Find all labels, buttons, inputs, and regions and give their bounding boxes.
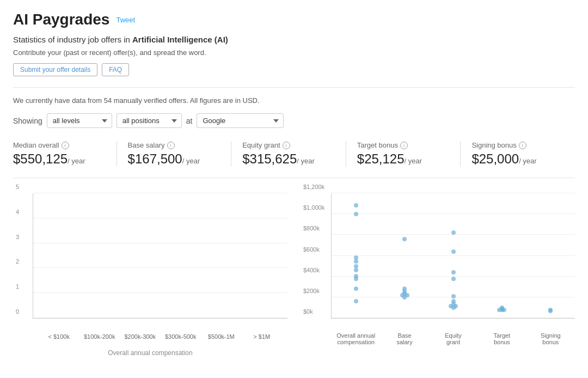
subtitle: Statistics of industry job offers in Art… xyxy=(13,35,575,44)
data-note: We currently have data from 54 manually … xyxy=(13,96,575,105)
info-icon[interactable]: i xyxy=(283,142,290,149)
metric-label: Signing bonus i xyxy=(471,141,564,149)
dot xyxy=(354,274,358,278)
dot-column-label: Equity grant xyxy=(445,332,462,345)
info-icon[interactable]: i xyxy=(519,142,526,149)
dot-column-label: Target bonus xyxy=(494,332,511,345)
company-select[interactable]: Google xyxy=(197,113,284,128)
bars-area: < $100k$100k-200k$200k-300k$300k-500k$50… xyxy=(33,193,287,318)
bar-x-label: $500k-1M xyxy=(208,333,235,340)
metric-median-overall: Median overall i $550,125/ year xyxy=(13,141,117,167)
dot-y-axis-label: $0k xyxy=(303,308,313,315)
metric-value: $25,125/ year xyxy=(357,151,450,167)
metric-value: $167,500/ year xyxy=(128,151,220,167)
metric-signing-bonus: Signing bonus i $25,000/ year xyxy=(471,141,575,167)
dot-grid-line xyxy=(332,318,575,318)
bar-chart-container: 012345< $100k$100k-200k$200k-300k$300k-5… xyxy=(13,193,287,357)
metric-label: Base salary i xyxy=(128,141,220,149)
divider xyxy=(13,87,575,88)
level-select[interactable]: all levels xyxy=(47,113,112,128)
metric-target-bonus: Target bonus i $25,125/ year xyxy=(357,141,461,167)
metric-label: Median overall i xyxy=(13,141,106,149)
page-container: AI Paygrades Tweet Statistics of industr… xyxy=(0,0,588,368)
metric-value: $25,000/ year xyxy=(471,151,564,167)
action-buttons: Submit your offer details FAQ xyxy=(13,63,575,76)
y-axis-label: 3 xyxy=(16,234,19,240)
y-axis-label: 4 xyxy=(16,209,19,215)
metric-value: $315,625/ year xyxy=(242,151,335,167)
dot-y-axis-label: $800k xyxy=(303,225,320,231)
contribute-text: Contribute your (past or recent) offer(s… xyxy=(13,48,575,57)
dot-chart: $0k$200k$400k$600k$800k$1,000k$1,200kOve… xyxy=(301,193,575,346)
dot xyxy=(354,255,358,260)
y-axis-label: 0 xyxy=(16,308,19,315)
dot xyxy=(354,259,358,264)
faq-button[interactable]: FAQ xyxy=(102,63,129,76)
metric-label: Target bonus i xyxy=(357,141,450,149)
dot-grid-line xyxy=(332,193,575,193)
page-header: AI Paygrades Tweet xyxy=(13,11,575,28)
dot-y-axis-label: $1,000k xyxy=(303,204,324,211)
metric-label: Equity grant i xyxy=(242,141,335,149)
bar-chart-title: Overall annual compensation xyxy=(13,349,287,357)
dot-y-axis-label: $400k xyxy=(303,267,320,273)
dot-column-label: Signing bonus xyxy=(541,332,561,345)
metric-equity-grant: Equity grant i $315,625/ year xyxy=(242,141,346,167)
dot xyxy=(451,277,456,281)
info-icon[interactable]: i xyxy=(62,142,69,149)
dot xyxy=(354,268,358,272)
filter-row: Showing all levels all positions at Goog… xyxy=(13,113,575,128)
dot-column-label: Overall annual compensation xyxy=(336,332,375,345)
bar-x-label: $100k-200k xyxy=(84,333,115,340)
metrics-row: Median overall i $550,125/ year Base sal… xyxy=(13,141,575,178)
dot xyxy=(451,270,456,275)
position-select[interactable]: all positions xyxy=(117,113,182,128)
dot xyxy=(354,286,358,291)
dot-chart-inner: $0k$200k$400k$600k$800k$1,000k$1,200kOve… xyxy=(331,193,575,319)
metric-value: $550,125/ year xyxy=(13,151,106,167)
dot-chart-container: $0k$200k$400k$600k$800k$1,000k$1,200kOve… xyxy=(301,193,575,357)
dot xyxy=(354,203,358,208)
dot xyxy=(405,293,409,297)
metric-base-salary: Base salary i $167,500/ year xyxy=(128,141,232,167)
tweet-link[interactable]: Tweet xyxy=(116,16,135,24)
bar-x-label: $300k-500k xyxy=(165,333,197,340)
submit-offer-button[interactable]: Submit your offer details xyxy=(13,63,97,76)
dot-y-axis-label: $600k xyxy=(303,246,320,253)
dot-y-axis-label: $200k xyxy=(303,288,320,294)
info-icon[interactable]: i xyxy=(400,142,408,149)
dot xyxy=(451,294,456,298)
info-icon[interactable]: i xyxy=(167,142,175,149)
charts-row: 012345< $100k$100k-200k$200k-300k$300k-5… xyxy=(13,193,575,357)
dot xyxy=(354,299,358,303)
dot-grid-line xyxy=(332,214,575,214)
dot-grid-line xyxy=(332,255,575,256)
dot xyxy=(451,299,456,303)
dot xyxy=(402,237,407,241)
dot-y-axis-label: $1,200k xyxy=(303,184,324,190)
bar-x-label: $200k-300k xyxy=(125,333,156,340)
showing-label: Showing xyxy=(13,117,42,125)
dot xyxy=(402,289,407,294)
dot xyxy=(500,306,504,310)
dot-column-label: Base salary xyxy=(396,332,412,345)
dot xyxy=(451,249,456,254)
bar-chart: 012345< $100k$100k-200k$200k-300k$300k-5… xyxy=(13,193,287,346)
page-title: AI Paygrades xyxy=(13,11,109,28)
dot xyxy=(354,264,358,269)
dot xyxy=(451,230,456,235)
bar-x-label: < $100k xyxy=(48,333,70,340)
at-label: at xyxy=(186,117,193,125)
bar-x-label: > $1M xyxy=(253,333,270,340)
y-axis-label: 1 xyxy=(16,283,19,290)
dot xyxy=(354,212,358,216)
y-axis-label: 5 xyxy=(16,184,19,190)
y-axis-label: 2 xyxy=(16,258,19,265)
dot xyxy=(400,293,405,297)
dot xyxy=(548,308,553,312)
bar-chart-inner: 012345< $100k$100k-200k$200k-300k$300k-5… xyxy=(33,193,287,319)
